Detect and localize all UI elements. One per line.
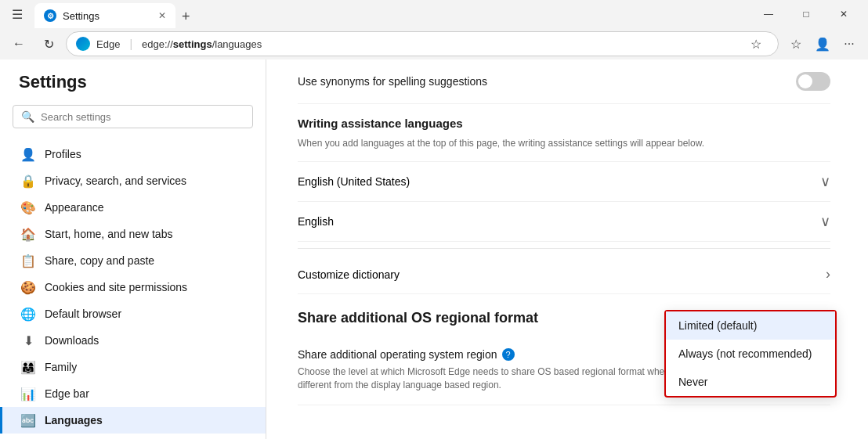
maximize-button[interactable]: □ <box>788 2 824 27</box>
address-separator: | <box>129 38 132 50</box>
share-region-info: Share additional operating system region… <box>298 348 693 392</box>
sidebar-item-privacy[interactable]: 🔒 Privacy, search, and services <box>0 167 266 194</box>
start-home-label: Start, home, and new tabs <box>45 228 172 240</box>
share-region-label: Share additional operating system region… <box>298 348 693 361</box>
sidebar-item-downloads[interactable]: ⬇ Downloads <box>0 327 266 354</box>
tab-favicon: ⚙ <box>44 9 56 22</box>
dropdown-option-always[interactable]: Always (not recommended) <box>666 340 835 368</box>
close-button[interactable]: ✕ <box>826 2 862 27</box>
dropdown-option-never[interactable]: Never <box>666 368 835 396</box>
sidebar-item-appearance[interactable]: 🎨 Appearance <box>0 194 266 221</box>
edge-bar-icon: 📊 <box>21 387 35 401</box>
english-us-chevron-icon: ∨ <box>820 173 830 190</box>
synonyms-slider <box>796 72 830 91</box>
minimize-button[interactable]: — <box>750 2 787 27</box>
english-us-row[interactable]: English (United States) ∨ <box>298 162 830 202</box>
cookies-icon: 🍪 <box>21 280 35 294</box>
downloads-icon: ⬇ <box>21 333 35 347</box>
window-controls: — □ ✕ <box>750 2 862 27</box>
share-copy-icon: 📋 <box>21 254 35 268</box>
content-area: Use synonyms for spelling suggestions Wr… <box>266 59 868 439</box>
more-options-button[interactable]: ··· <box>837 31 862 56</box>
languages-label: Languages <box>45 414 103 426</box>
sidebar-item-start-home[interactable]: 🏠 Start, home, and new tabs <box>0 221 266 247</box>
customize-dict-chevron-icon: › <box>826 266 830 282</box>
english-label: English <box>298 215 334 228</box>
divider-1 <box>298 248 830 249</box>
search-box[interactable]: 🔍 <box>13 105 253 128</box>
address-prefix: edge:// <box>142 38 173 50</box>
edge-logo-icon <box>76 37 90 51</box>
new-tab-button[interactable]: + <box>175 5 197 28</box>
help-icon[interactable]: ? <box>502 348 515 361</box>
appearance-icon: 🎨 <box>21 200 35 214</box>
option-limited-label: Limited (default) <box>678 319 757 332</box>
start-home-icon: 🏠 <box>21 227 35 241</box>
address-path: /languages <box>212 38 262 50</box>
address-text: edge://settings/languages <box>142 38 737 50</box>
main-layout: Settings 🔍 👤 Profiles 🔒 Privacy, search,… <box>0 59 868 439</box>
address-bar[interactable]: Edge | edge://settings/languages ☆ <box>66 31 779 56</box>
address-bold: settings <box>173 38 212 50</box>
sidebar-item-edge-bar[interactable]: 📊 Edge bar <box>0 380 266 407</box>
share-region-desc: Choose the level at which Microsoft Edge… <box>298 365 693 392</box>
family-label: Family <box>45 361 77 373</box>
region-dropdown-popup: Limited (default) Always (not recommende… <box>664 310 837 398</box>
default-browser-icon: 🌐 <box>21 307 35 321</box>
cookies-label: Cookies and site permissions <box>45 281 187 293</box>
sidebar-item-family[interactable]: 👨‍👩‍👧 Family <box>0 354 266 380</box>
tab-close-button[interactable]: ✕ <box>158 10 166 21</box>
synonyms-row: Use synonyms for spelling suggestions <box>298 59 830 104</box>
sidebar-toggle-button[interactable]: ☰ <box>6 3 28 25</box>
tab-title: Settings <box>63 10 152 22</box>
favorites-button[interactable]: ☆ <box>743 31 769 56</box>
english-chevron-icon: ∨ <box>820 213 830 230</box>
downloads-label: Downloads <box>45 334 99 347</box>
privacy-label: Privacy, search, and services <box>45 175 186 187</box>
edge-label: Edge <box>96 38 120 50</box>
customize-dict-row[interactable]: Customize dictionary › <box>298 255 830 294</box>
edge-bar-label: Edge bar <box>45 387 89 400</box>
default-browser-label: Default browser <box>45 308 121 320</box>
sidebar-item-printers[interactable]: 🖨 Printers <box>0 434 266 439</box>
customize-dict-label: Customize dictionary <box>298 268 400 281</box>
writing-assistance-title: Writing assistance languages <box>298 117 463 130</box>
search-input[interactable] <box>41 111 244 123</box>
option-never-label: Never <box>678 376 707 388</box>
writing-assistance-desc: When you add languages at the top of thi… <box>298 138 704 149</box>
navbar-actions: ☆ 👤 ··· <box>783 31 862 56</box>
settings-title: Settings <box>0 72 266 105</box>
titlebar: ☰ ⚙ Settings ✕ + — □ ✕ <box>0 0 868 28</box>
sidebar-item-languages[interactable]: 🔤 Languages <box>0 407 266 434</box>
sidebar-item-default-browser[interactable]: 🌐 Default browser <box>0 300 266 327</box>
profiles-label: Profiles <box>45 148 81 160</box>
writing-assistance-section: Writing assistance languages When you ad… <box>298 104 830 162</box>
sidebar-item-share-copy[interactable]: 📋 Share, copy and paste <box>0 247 266 274</box>
share-copy-label: Share, copy and paste <box>45 254 154 267</box>
sidebar: Settings 🔍 👤 Profiles 🔒 Privacy, search,… <box>0 59 266 439</box>
profile-button[interactable]: 👤 <box>810 31 835 56</box>
sidebar-item-cookies[interactable]: 🍪 Cookies and site permissions <box>0 274 266 300</box>
appearance-label: Appearance <box>45 201 104 214</box>
profiles-icon: 👤 <box>21 147 35 161</box>
privacy-icon: 🔒 <box>21 174 35 188</box>
synonyms-toggle[interactable] <box>796 72 830 91</box>
languages-icon: 🔤 <box>21 413 35 427</box>
navbar: ← ↻ Edge | edge://settings/languages ☆ ☆… <box>0 28 868 59</box>
english-us-label: English (United States) <box>298 175 410 188</box>
settings-tab[interactable]: ⚙ Settings ✕ <box>34 3 175 28</box>
family-icon: 👨‍👩‍👧 <box>21 360 35 374</box>
dropdown-option-limited[interactable]: Limited (default) <box>666 311 835 340</box>
favorites-star-button[interactable]: ☆ <box>783 31 808 56</box>
refresh-button[interactable]: ↻ <box>36 31 61 56</box>
share-region-label-text: Share additional operating system region <box>298 348 497 361</box>
tab-area: ⚙ Settings ✕ + <box>34 0 744 28</box>
search-icon: 🔍 <box>21 110 34 123</box>
back-button[interactable]: ← <box>6 31 31 56</box>
sidebar-item-profiles[interactable]: 👤 Profiles <box>0 141 266 167</box>
option-always-label: Always (not recommended) <box>678 347 812 360</box>
english-row[interactable]: English ∨ <box>298 202 830 242</box>
synonyms-label: Use synonyms for spelling suggestions <box>298 75 487 88</box>
